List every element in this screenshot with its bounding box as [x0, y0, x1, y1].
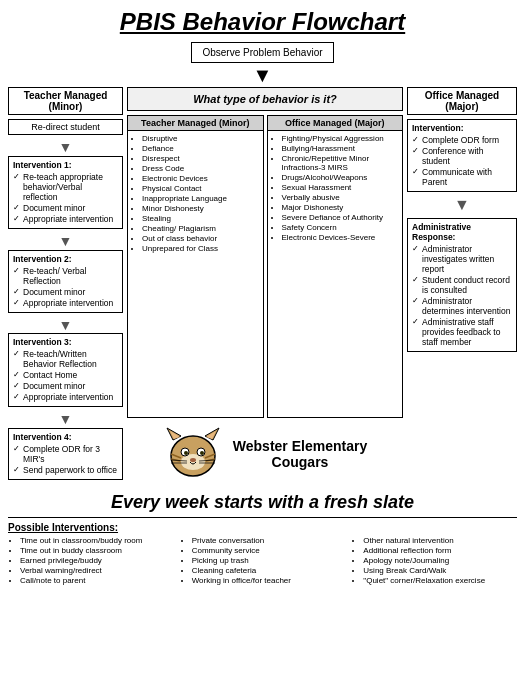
tiger-logo: [163, 424, 223, 484]
right-int-list: Complete ODR form Conference with studen…: [412, 135, 512, 187]
center-column: What type of behavior is it? Teacher Man…: [127, 87, 403, 484]
intervention-3-box: Intervention 3: Re-teach/Written Behavio…: [8, 333, 123, 407]
bottom-banner: Every week starts with a fresh slate: [8, 492, 517, 513]
svg-point-9: [200, 451, 204, 455]
om-item1: Fighting/Physical Aggression: [282, 134, 399, 143]
arrow-int3: ▼: [8, 411, 123, 428]
arrow-right-int: ▼: [407, 196, 517, 214]
ri-item3: Communicate with Parent: [412, 167, 512, 187]
pi2-item1: Private conversation: [192, 536, 346, 545]
tm-item1: Disruptive: [142, 134, 259, 143]
int3-item3: Document minor: [13, 381, 118, 391]
tm-item11: Out of class behavior: [142, 234, 259, 243]
pi-columns: Time out in classroom/buddy room Time ou…: [8, 536, 517, 586]
pi1-item1: Time out in classroom/buddy room: [20, 536, 174, 545]
arrow-down-observe: ▼: [8, 65, 517, 85]
possible-interventions: Possible Interventions: Time out in clas…: [8, 517, 517, 586]
right-column: Office Managed (Major) Intervention: Com…: [407, 87, 517, 484]
tm-item7: Inappropriate Language: [142, 194, 259, 203]
pi1-item4: Verbal warning/redirect: [20, 566, 174, 575]
pi2-item3: Picking up trash: [192, 556, 346, 565]
om-item7: Major Dishonesty: [282, 203, 399, 212]
arrow-int2: ▼: [8, 317, 123, 334]
tm-item10: Cheating/ Plagiarism: [142, 224, 259, 233]
pi3-item2: Additional reflection form: [363, 546, 517, 555]
tm-item3: Disrespect: [142, 154, 259, 163]
int1-item3: Appropriate intervention: [13, 214, 118, 224]
intervention-3-title: Intervention 3:: [13, 337, 118, 347]
ar-item4: Administrative staff provides feedback t…: [412, 317, 512, 347]
om-list: Fighting/Physical Aggression Bullying/Ha…: [272, 134, 399, 242]
tm-item4: Dress Code: [142, 164, 259, 173]
svg-point-8: [184, 451, 188, 455]
tm-item8: Minor Dishonesty: [142, 204, 259, 213]
admin-response-box: Administrative Response: Administrator i…: [407, 218, 517, 352]
intervention-4-box: Intervention 4: Complete ODR for 3 MIR's…: [8, 428, 123, 480]
arrow-int1: ▼: [8, 233, 123, 250]
pi1-item3: Earned privilege/buddy: [20, 556, 174, 565]
page-title: PBIS Behavior Flowchart: [8, 8, 517, 36]
ar-item1: Administrator investigates written repor…: [412, 244, 512, 274]
ar-item3: Administrator determines intervention: [412, 296, 512, 316]
right-int-title: Intervention:: [412, 123, 512, 133]
om-item6: Verbally abusive: [282, 193, 399, 202]
right-intervention-box: Intervention: Complete ODR form Conferen…: [407, 119, 517, 192]
om-item2: Bullying/Harassment: [282, 144, 399, 153]
intervention-3-list: Re-teach/Written Behavior Reflection Con…: [13, 349, 118, 402]
pi-list-2: Private conversation Community service P…: [180, 536, 346, 585]
pi3-item5: "Quiet" corner/Relaxation exercise: [363, 576, 517, 585]
pi3-item1: Other natural intervention: [363, 536, 517, 545]
pi3-item3: Apology note/Journaling: [363, 556, 517, 565]
behavior-tables: Teacher Managed (Minor) Disruptive Defia…: [127, 115, 403, 418]
intervention-4-list: Complete ODR for 3 MIR's Send paperwork …: [13, 444, 118, 475]
pi1-item2: Time out in buddy classroom: [20, 546, 174, 555]
int3-item2: Contact Home: [13, 370, 118, 380]
tm-item9: Stealing: [142, 214, 259, 223]
tm-item6: Physical Contact: [142, 184, 259, 193]
left-column: Teacher Managed (Minor) Re-direct studen…: [8, 87, 123, 484]
school-name: Webster Elementary Cougars: [233, 438, 367, 470]
pi2-item4: Cleaning cafeteria: [192, 566, 346, 575]
tm-item2: Defiance: [142, 144, 259, 153]
int2-item3: Appropriate intervention: [13, 298, 118, 308]
om-item8: Severe Defiance of Authority: [282, 213, 399, 222]
office-managed-major-header: Office Managed (Major): [407, 87, 517, 115]
intervention-1-title: Intervention 1:: [13, 160, 118, 170]
pi-col-3: Other natural intervention Additional re…: [351, 536, 517, 586]
pi2-item2: Community service: [192, 546, 346, 555]
admin-response-list: Administrator investigates written repor…: [412, 244, 512, 347]
ri-item1: Complete ODR form: [412, 135, 512, 145]
intervention-1-list: Re-teach appropriate behavior/Verbal ref…: [13, 172, 118, 224]
intervention-2-title: Intervention 2:: [13, 254, 118, 264]
teacher-managed-table: Teacher Managed (Minor) Disruptive Defia…: [127, 115, 264, 418]
ri-item2: Conference with student: [412, 146, 512, 166]
om-item10: Electronic Devices-Severe: [282, 233, 399, 242]
int2-item1: Re-teach/ Verbal Reflection: [13, 266, 118, 286]
int4-item2: Send paperwork to office: [13, 465, 118, 475]
om-item3: Chronic/Repetitive Minor Infractions-3 M…: [282, 154, 399, 172]
redirect-student-box: Re-direct student: [8, 119, 123, 135]
pi-col-2: Private conversation Community service P…: [180, 536, 346, 586]
int2-item2: Document minor: [13, 287, 118, 297]
page: PBIS Behavior Flowchart Observe Problem …: [0, 0, 525, 594]
tm-table-body: Disruptive Defiance Disrespect Dress Cod…: [128, 131, 263, 257]
om-item9: Safety Concern: [282, 223, 399, 232]
tm-list: Disruptive Defiance Disrespect Dress Cod…: [132, 134, 259, 253]
pi-title: Possible Interventions:: [8, 522, 517, 533]
om-item4: Drugs/Alcohol/Weapons: [282, 173, 399, 182]
pi1-item5: Call/note to parent: [20, 576, 174, 585]
om-item5: Sexual Harassment: [282, 183, 399, 192]
intervention-1-box: Intervention 1: Re-teach appropriate beh…: [8, 156, 123, 229]
int1-item1: Re-teach appropriate behavior/Verbal ref…: [13, 172, 118, 202]
int3-item4: Appropriate intervention: [13, 392, 118, 402]
tm-table-header: Teacher Managed (Minor): [128, 116, 263, 131]
pi-col-1: Time out in classroom/buddy room Time ou…: [8, 536, 174, 586]
ar-item2: Student conduct record is consulted: [412, 275, 512, 295]
intervention-2-box: Intervention 2: Re-teach/ Verbal Reflect…: [8, 250, 123, 313]
intervention-2-list: Re-teach/ Verbal Reflection Document min…: [13, 266, 118, 308]
teacher-managed-minor-header: Teacher Managed (Minor): [8, 87, 123, 115]
pi2-item5: Working in office/for teacher: [192, 576, 346, 585]
tiger-school-section: Webster Elementary Cougars: [127, 424, 403, 484]
office-managed-table: Office Managed (Major) Fighting/Physical…: [267, 115, 404, 418]
arrow-redirect: ▼: [8, 139, 123, 156]
